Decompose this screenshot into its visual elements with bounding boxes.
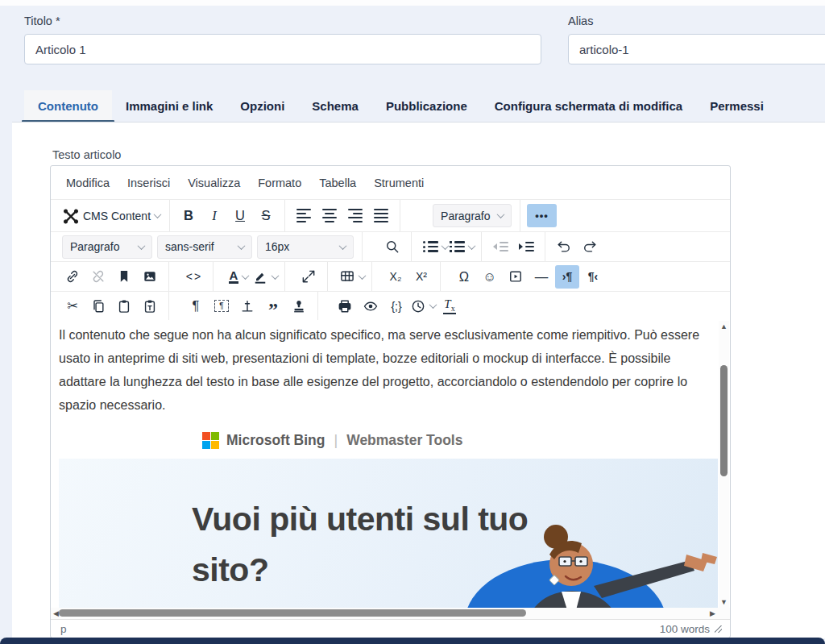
clear-formatting-button[interactable]: Tx xyxy=(437,294,462,318)
fullscreen-button[interactable] xyxy=(296,265,321,289)
align-justify-button[interactable] xyxy=(369,204,393,227)
outdent-icon xyxy=(493,242,508,251)
bing-divider: | xyxy=(334,432,338,449)
strikethrough-button[interactable]: S xyxy=(254,204,278,227)
align-center-button[interactable] xyxy=(317,204,342,227)
font-family-select[interactable]: sans-serif xyxy=(157,235,252,259)
ltr-direction-button[interactable]: ›¶ xyxy=(555,265,579,289)
paste-button[interactable] xyxy=(112,294,136,318)
editor-content-area[interactable]: Il contenuto che segue non ha alcun sign… xyxy=(51,320,730,608)
code-sample-button[interactable]: {;} xyxy=(384,294,408,318)
insert-table-button[interactable] xyxy=(339,265,365,289)
bottom-panel-edge xyxy=(0,638,825,644)
horizontal-scroll-thumb[interactable] xyxy=(59,609,526,617)
tab-immagini-e-link[interactable]: Immagini e link xyxy=(112,90,226,122)
scroll-right-icon[interactable]: ▶ xyxy=(710,610,715,617)
insert-image-button[interactable] xyxy=(138,265,162,289)
insert-media-button[interactable] xyxy=(504,265,528,289)
preview-button[interactable] xyxy=(359,294,383,318)
word-count: 100 words xyxy=(660,623,710,635)
cut-button[interactable]: ✂ xyxy=(60,294,85,318)
numbered-list-icon xyxy=(450,241,465,252)
copy-button[interactable] xyxy=(86,294,110,318)
insert-link-button[interactable] xyxy=(60,265,85,289)
menu-inserisci[interactable]: Inserisci xyxy=(118,172,179,193)
show-blocks-button[interactable]: ¶ xyxy=(209,294,234,318)
tab-configura-schermata[interactable]: Configura schermata di modifica xyxy=(481,90,696,122)
blockquote-button[interactable]: ” xyxy=(261,294,285,318)
menu-modifica[interactable]: Modifica xyxy=(57,172,118,193)
remove-link-button[interactable] xyxy=(86,265,110,289)
undo-button[interactable] xyxy=(552,235,576,259)
editor-horizontal-scrollbar[interactable]: ◀ ▶ xyxy=(51,608,730,619)
special-character-button[interactable]: Ω xyxy=(452,265,476,289)
editor-vertical-scrollbar[interactable]: ▲ ▼ xyxy=(719,321,729,609)
paste-as-text-button[interactable] xyxy=(138,294,162,318)
underline-button[interactable]: U xyxy=(228,204,252,227)
numbered-list-button[interactable] xyxy=(450,235,475,259)
text-color-button[interactable]: A xyxy=(226,265,251,289)
scroll-left-icon[interactable]: ◀ xyxy=(53,610,59,617)
element-path[interactable]: p xyxy=(60,623,67,635)
scroll-up-icon[interactable]: ▲ xyxy=(720,323,728,330)
tab-schema[interactable]: Schema xyxy=(298,90,372,122)
italic-button[interactable]: I xyxy=(202,204,226,227)
clear-formatting-icon: Tx xyxy=(443,297,455,314)
search-replace-button[interactable] xyxy=(380,235,404,259)
paragraph-style-select[interactable]: Paragrafo xyxy=(62,235,152,259)
vertical-scroll-thumb[interactable] xyxy=(720,365,728,476)
paste-icon xyxy=(116,298,132,314)
menu-strumenti[interactable]: Strumenti xyxy=(365,172,433,193)
indent-button[interactable] xyxy=(514,235,538,259)
search-icon xyxy=(384,239,400,255)
chevron-down-icon xyxy=(339,242,347,250)
table-icon xyxy=(339,268,355,285)
menu-visualizza[interactable]: Visualizza xyxy=(179,172,249,193)
fullscreen-icon xyxy=(301,268,317,285)
font-size-select[interactable]: 16px xyxy=(257,235,354,259)
bullet-list-button[interactable] xyxy=(423,235,448,259)
redo-button[interactable] xyxy=(578,235,602,259)
align-center-icon xyxy=(322,209,337,222)
rtl-direction-button[interactable]: ¶‹ xyxy=(581,265,605,289)
horizontal-rule-button[interactable]: — xyxy=(529,265,553,289)
chevron-down-icon xyxy=(442,242,450,250)
insert-datetime-button[interactable] xyxy=(410,294,436,318)
chevron-down-icon xyxy=(359,272,367,280)
tab-permessi[interactable]: Permessi xyxy=(696,90,777,122)
source-code-button[interactable]: <> xyxy=(182,265,206,289)
alias-input[interactable]: articolo-1 xyxy=(568,34,825,64)
eye-icon xyxy=(363,298,379,314)
article-paragraph: Il contenuto che segue non ha alcun sign… xyxy=(59,323,713,417)
tab-opzioni[interactable]: Opzioni xyxy=(226,90,298,122)
block-format-select[interactable]: Paragrafo xyxy=(433,204,512,227)
anchor-button[interactable] xyxy=(287,294,311,318)
emoticons-button[interactable]: ☺ xyxy=(478,265,502,289)
highlighter-icon xyxy=(252,268,268,285)
title-input[interactable]: Articolo 1 xyxy=(24,34,541,64)
superscript-button[interactable]: X² xyxy=(409,265,433,289)
align-left-button[interactable] xyxy=(292,204,316,227)
nonbreaking-space-button[interactable] xyxy=(235,294,259,318)
tab-pubblicazione[interactable]: Pubblicazione xyxy=(372,90,481,122)
outdent-button[interactable] xyxy=(488,235,512,259)
nonbreaking-space-icon xyxy=(239,298,255,314)
tab-bar: Contenuto Immagini e link Opzioni Schema… xyxy=(24,90,777,122)
show-invisibles-button[interactable]: ¶ xyxy=(184,294,208,318)
toolbar-overflow-button[interactable]: ••• xyxy=(527,204,557,227)
menu-formato[interactable]: Formato xyxy=(249,172,310,193)
highlight-color-button[interactable] xyxy=(252,265,278,289)
tab-contenuto[interactable]: Contenuto xyxy=(24,90,112,122)
rich-text-editor: Modifica Inserisci Visualizza Formato Ta… xyxy=(50,165,731,638)
cms-content-button[interactable]: CMS Content xyxy=(60,204,163,227)
menu-tabella[interactable]: Tabella xyxy=(310,172,365,193)
subscript-button[interactable]: X₂ xyxy=(383,265,408,289)
align-right-button[interactable] xyxy=(343,204,367,227)
resize-grip[interactable] xyxy=(715,625,722,633)
copy-icon xyxy=(90,298,106,314)
scroll-down-icon[interactable]: ▼ xyxy=(720,599,728,606)
bold-button[interactable]: B xyxy=(176,204,201,227)
print-button[interactable] xyxy=(333,294,357,318)
visual-blocks-icon: ¶ xyxy=(214,300,229,312)
anchor-bookmark-button[interactable] xyxy=(112,265,136,289)
